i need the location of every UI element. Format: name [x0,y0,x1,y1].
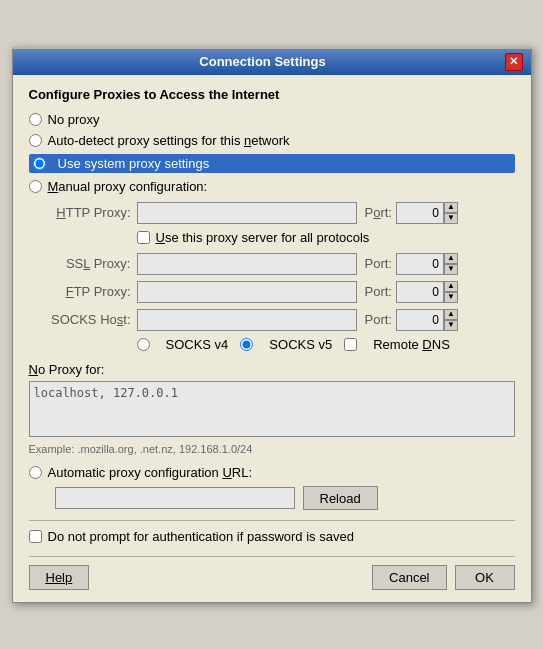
proxy-grid: HTTP Proxy: Port: ▲ ▼ Use this proxy ser… [49,202,515,352]
ftp-port-spinbtns: ▲ ▼ [444,281,458,303]
ssl-proxy-row: SSL Proxy: Port: ▲ ▼ [49,253,515,275]
ssl-proxy-input[interactable] [137,253,357,275]
socks-version-row: SOCKS v4 SOCKS v5 Remote DNS [137,337,515,352]
auto-detect-label[interactable]: Auto-detect proxy settings for this netw… [48,133,290,148]
http-port-label: Port: [365,205,392,220]
do-not-prompt-label[interactable]: Do not prompt for authentication if pass… [48,529,354,544]
http-port-down[interactable]: ▼ [444,213,458,224]
system-proxy-label[interactable]: Use system proxy settings [58,156,210,171]
socks-port-spinbtns: ▲ ▼ [444,309,458,331]
http-proxy-row: HTTP Proxy: Port: ▲ ▼ [49,202,515,224]
remote-dns-checkbox[interactable] [344,338,357,351]
auto-detect-row: Auto-detect proxy settings for this netw… [29,133,515,148]
help-button[interactable]: Help [29,565,90,590]
reload-button[interactable]: Reload [303,486,378,510]
ftp-port-label: Port: [365,284,392,299]
ftp-proxy-row: FTP Proxy: Port: ▲ ▼ [49,281,515,303]
http-port-spinbtns: ▲ ▼ [444,202,458,224]
http-port-up[interactable]: ▲ [444,202,458,213]
ssl-port-spin: ▲ ▼ [396,253,458,275]
dialog-body: Configure Proxies to Access the Internet… [13,75,531,602]
bottom-buttons: Help Cancel OK [29,556,515,590]
do-not-prompt-checkbox[interactable] [29,530,42,543]
http-proxy-input[interactable] [137,202,357,224]
ssl-port-down[interactable]: ▼ [444,264,458,275]
manual-proxy-label[interactable]: Manual proxy configuration: [48,179,208,194]
auto-proxy-row: Automatic proxy configuration URL: [29,465,515,480]
ssl-proxy-label: SSL Proxy: [49,256,131,271]
all-protocols-label[interactable]: Use this proxy server for all protocols [156,230,370,245]
system-proxy-radio[interactable] [33,157,46,170]
no-proxy-row: No proxy [29,112,515,127]
ftp-port-input[interactable] [396,281,444,303]
no-proxy-radio[interactable] [29,113,42,126]
auto-proxy-url-input[interactable] [55,487,295,509]
http-port-input[interactable] [396,202,444,224]
ftp-port-up[interactable]: ▲ [444,281,458,292]
manual-proxy-radio[interactable] [29,180,42,193]
auto-detect-radio[interactable] [29,134,42,147]
ssl-port-spinbtns: ▲ ▼ [444,253,458,275]
socks-port-input[interactable] [396,309,444,331]
socks-host-input[interactable] [137,309,357,331]
socks-port-down[interactable]: ▼ [444,320,458,331]
ftp-port-down[interactable]: ▼ [444,292,458,303]
connection-settings-dialog: Connection Settings ✕ Configure Proxies … [12,47,532,603]
socks-v4-radio[interactable] [137,338,150,351]
http-port-spin: ▲ ▼ [396,202,458,224]
dialog-title: Connection Settings [21,54,505,69]
ftp-proxy-label: FTP Proxy: [49,284,131,299]
section-title: Configure Proxies to Access the Internet [29,87,515,102]
right-buttons: Cancel OK [372,565,514,590]
ssl-port-input[interactable] [396,253,444,275]
manual-proxy-row: Manual proxy configuration: [29,179,515,194]
all-protocols-checkbox[interactable] [137,231,150,244]
socks-host-label: SOCKS Host: [49,312,131,327]
close-button[interactable]: ✕ [505,53,523,71]
system-proxy-row: Use system proxy settings [29,154,515,173]
socks-v4-label[interactable]: SOCKS v4 [166,337,229,352]
no-proxy-for-label: No Proxy for: [29,362,515,377]
ssl-port-label: Port: [365,256,392,271]
ok-button[interactable]: OK [455,565,515,590]
ssl-port-up[interactable]: ▲ [444,253,458,264]
ftp-proxy-input[interactable] [137,281,357,303]
do-not-prompt-row: Do not prompt for authentication if pass… [29,520,515,544]
auto-proxy-label[interactable]: Automatic proxy configuration URL: [48,465,253,480]
socks-v5-label[interactable]: SOCKS v5 [269,337,332,352]
http-proxy-label: HTTP Proxy: [49,205,131,220]
system-proxy-highlighted[interactable]: Use system proxy settings [29,154,515,173]
no-proxy-section: No Proxy for: localhost, 127.0.0.1 Examp… [29,362,515,455]
no-proxy-example: Example: .mozilla.org, .net.nz, 192.168.… [29,443,515,455]
title-bar: Connection Settings ✕ [13,49,531,75]
socks-port-up[interactable]: ▲ [444,309,458,320]
auto-proxy-radio[interactable] [29,466,42,479]
auto-proxy-input-row: Reload [49,486,515,510]
cancel-button[interactable]: Cancel [372,565,446,590]
socks-port-spin: ▲ ▼ [396,309,458,331]
ftp-port-spin: ▲ ▼ [396,281,458,303]
use-proxy-row: Use this proxy server for all protocols [137,230,515,245]
no-proxy-label[interactable]: No proxy [48,112,100,127]
no-proxy-textarea[interactable]: localhost, 127.0.0.1 [29,381,515,437]
socks-v5-radio[interactable] [240,338,253,351]
remote-dns-label[interactable]: Remote DNS [373,337,450,352]
socks-port-label: Port: [365,312,392,327]
socks-host-row: SOCKS Host: Port: ▲ ▼ [49,309,515,331]
